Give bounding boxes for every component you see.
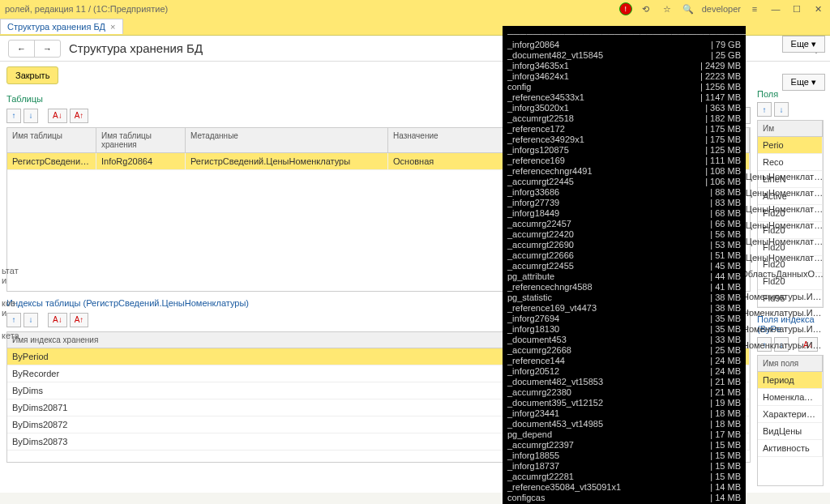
minimize-icon[interactable]: — [768,2,783,16]
left-strip: ьтат иков икета [0,259,24,347]
cell: РегистрСведений.ЦеныНоменклатуры [186,153,388,169]
cell: Reco [758,154,823,170]
terminal-row: _accumrgt22666| 51 MB [507,250,741,261]
indexfields-body: ПериодНоменклатураХарактеристикаВидЦеныА… [758,372,823,485]
maximize-icon[interactable]: ☐ [789,2,804,16]
nav-back[interactable]: ← [9,41,35,57]
close-button[interactable]: Закрыть [6,66,58,84]
table-row[interactable]: Perio [758,137,823,154]
sort-asc-icon[interactable]: A↓ [48,109,67,123]
titlebar-right: ! ⟲ ☆ 🔍 developer ≡ — ☐ ✕ [619,2,825,16]
terminal-overlay: ────────────────────────────────────────… [503,26,746,504]
terminal-row: _accumrg22457| 66 MB [507,219,741,229]
col-tablename[interactable]: Имя таблицы [7,128,96,152]
nav-arrows: ← → [8,40,61,58]
down-icon[interactable]: ↓ [24,109,38,123]
more-button-fields[interactable]: Еще ▾ [782,74,825,91]
star-icon[interactable]: ☆ [660,2,674,16]
terminal-row: _accumrgt22455| 45 MB [507,261,741,271]
col-metadata[interactable]: Метаданные [186,128,388,152]
user-label: developer [702,4,741,14]
terminal-row: pg_attribute| 44 MB [507,271,741,282]
tab-close-icon[interactable]: × [110,22,115,32]
cell: Номенклатура [758,389,823,405]
cell: Характеристика [758,406,823,422]
search-icon[interactable]: 🔍 [681,2,695,16]
terminal-row: _inforg23441| 18 MB [507,408,741,419]
col-ifname[interactable]: Имя поля [758,356,823,371]
terminal-row: _inforg34624x1| 2223 MB [507,71,741,82]
terminal-row: _accumrgt22445| 106 MB [507,177,741,187]
status-indicator-icon[interactable]: ! [619,2,632,15]
terminal-row: _inforg18449| 68 MB [507,208,741,219]
cell: Активность [758,440,823,456]
terminal-row: _reference34929x1| 175 MB [507,135,741,145]
col-fieldname[interactable]: Им [758,121,823,136]
terminal-row: _inforg34635x1| 2429 MB [507,61,741,71]
terminal-row: _referencechngr4588| 41 MB [507,282,741,293]
terminal-row: _document482_vt15853| 21 MB [507,377,741,387]
history-icon[interactable]: ⟲ [639,2,653,16]
terminal-row: _accumrg22668| 25 MB [507,345,741,356]
sort-desc-icon[interactable]: A↑ [70,313,89,327]
terminal-row: _accumrgt22281| 15 MB [507,472,741,482]
tab-structure[interactable]: Структура хранения БД × [0,19,123,34]
cell: РегистрСведений.Цены… [7,153,96,169]
table-row[interactable]: Номенклатура [758,389,823,406]
terminal-row: config| 1256 MB [507,82,741,92]
cell: Период [758,372,823,388]
terminal-row: pg_statistic| 38 MB [507,293,741,303]
terminal-row: _document453_vt14985| 18 MB [507,419,741,429]
close-icon[interactable]: ✕ [811,2,825,16]
terminal-row: _document395_vt12152| 19 MB [507,398,741,408]
terminal-row: _inforg18855| 15 MB [507,451,741,461]
terminal-row: _accumrgt22397| 15 MB [507,440,741,451]
terminal-row: _reference169| 111 MB [507,156,741,166]
terminal-row: _inforgs120875| 125 MB [507,145,741,156]
sort-desc-icon[interactable]: A↑ [70,109,89,123]
table-row[interactable]: Период [758,372,823,389]
terminal-row: _reference35084_vt35091x1| 14 MB [507,482,741,493]
cell: ВидЦены [758,423,823,439]
terminal-row: _accumrgt22690| 53 MB [507,240,741,250]
terminal-row: _inforg18737| 15 MB [507,461,741,472]
terminal-row: _reference169_vt4473| 38 MB [507,303,741,314]
indexfields-grid: Имя поля ПериодНоменклатураХарактеристик… [757,355,824,486]
down-icon[interactable]: ↓ [24,313,38,327]
terminal-row: _inforg27694| 35 MB [507,314,741,324]
page-title: Структура хранения БД [69,41,203,55]
terminal-row: _document482_vt15845| 25 GB [507,50,741,61]
right-more-group: Еще ▾ Еще ▾ [782,36,825,91]
menu-icon[interactable]: ≡ [747,2,762,16]
app-title: ролей, редакция 11 / (1С:Предприятие) [5,4,168,14]
terminal-row: _reference34533x1| 1147 MB [507,92,741,103]
terminal-row: _accumrg22380| 21 MB [507,387,741,398]
terminal-row: _inforg18130| 35 MB [507,324,741,335]
terminal-row: _referencechngr4491| 108 MB [507,166,741,177]
up-icon[interactable]: ↑ [6,109,21,123]
terminal-row: _inforg20512| 24 MB [507,366,741,377]
down-icon[interactable]: ↓ [774,102,789,117]
strip-text: ьтат и [0,259,24,292]
terminal-row: configcas| 14 MB [507,493,741,503]
terminal-row: _accumrgt22420| 56 MB [507,229,741,240]
strip-text: ков и [0,292,24,324]
terminal-row: _inforg27739| 83 MB [507,198,741,208]
strip-text: кета [0,324,24,347]
terminal-row: _reference172| 175 MB [507,124,741,135]
table-row[interactable]: Активность [758,440,823,457]
table-row[interactable]: ВидЦены [758,423,823,440]
terminal-row: _inforg33686| 88 MB [507,187,741,198]
title-bar: ролей, редакция 11 / (1С:Предприятие) ! … [0,0,830,18]
table-row[interactable]: Reco [758,154,823,171]
indexfields-header: Имя поля [758,356,823,372]
up-icon[interactable]: ↑ [757,102,772,117]
terminal-row: _document453| 33 MB [507,335,741,345]
nav-forward[interactable]: → [35,41,60,57]
more-button-top[interactable]: Еще ▾ [782,36,825,53]
col-storagename[interactable]: Имя таблицы хранения [96,128,186,152]
sort-asc-icon[interactable]: A↓ [48,313,67,327]
terminal-row: _accumrgt22518| 182 MB [507,113,741,124]
fields-header: Им [758,121,823,137]
table-row[interactable]: Характеристика [758,406,823,423]
